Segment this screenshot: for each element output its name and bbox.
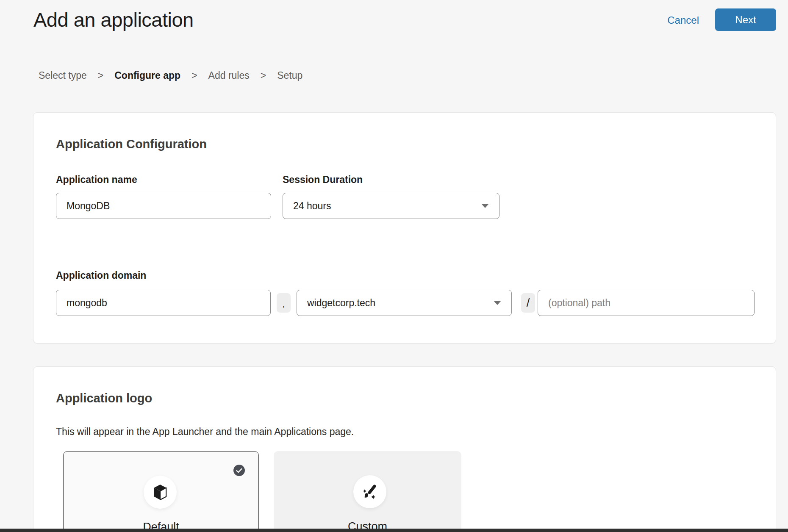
logo-option-custom[interactable]: Custom <box>274 451 461 532</box>
cube-icon <box>153 484 167 501</box>
subdomain-input[interactable] <box>56 290 271 316</box>
default-logo-circle <box>144 476 177 509</box>
breadcrumb-step-setup: Setup <box>277 70 302 81</box>
application-configuration-card: Application Configuration Application na… <box>33 112 776 344</box>
logo-card-description: This will appear in the App Launcher and… <box>56 426 354 438</box>
cancel-button[interactable]: Cancel <box>667 13 699 28</box>
application-logo-card: Application logo This will appear in the… <box>33 366 776 532</box>
logo-option-default[interactable]: Default <box>63 451 259 532</box>
domain-select-value: widgetcorp.tech <box>307 297 375 309</box>
domain-select[interactable]: widgetcorp.tech <box>297 290 512 316</box>
breadcrumb: Select type > Configure app > Add rules … <box>39 70 302 81</box>
custom-logo-circle <box>353 475 386 508</box>
next-button[interactable]: Next <box>715 8 776 31</box>
add-application-page: Add an application Cancel Next Select ty… <box>0 0 788 532</box>
path-slash-separator: / <box>521 293 535 313</box>
logo-options: Default Custom <box>63 451 529 532</box>
logo-card-title: Application logo <box>56 391 152 405</box>
check-icon <box>233 465 245 476</box>
chevron-down-icon <box>494 301 501 305</box>
screen-bottom-edge <box>0 529 788 532</box>
configuration-card-title: Application Configuration <box>56 137 207 151</box>
page-title: Add an application <box>33 7 194 33</box>
session-duration-value: 24 hours <box>293 200 331 212</box>
application-name-label: Application name <box>56 174 137 186</box>
application-name-input[interactable] <box>56 193 271 219</box>
breadcrumb-separator: > <box>261 70 266 81</box>
application-domain-label: Application domain <box>56 270 146 281</box>
breadcrumb-step-add-rules: Add rules <box>208 70 250 81</box>
paintbrush-icon <box>361 483 378 500</box>
path-input[interactable] <box>538 290 755 316</box>
breadcrumb-step-select-type[interactable]: Select type <box>39 70 87 81</box>
domain-dot-separator: . <box>277 293 291 313</box>
chevron-down-icon <box>481 204 489 208</box>
breadcrumb-step-configure-app[interactable]: Configure app <box>114 70 180 81</box>
session-duration-label: Session Duration <box>283 174 363 186</box>
session-duration-select[interactable]: 24 hours <box>283 193 499 219</box>
breadcrumb-separator: > <box>191 70 197 81</box>
breadcrumb-separator: > <box>98 70 103 81</box>
